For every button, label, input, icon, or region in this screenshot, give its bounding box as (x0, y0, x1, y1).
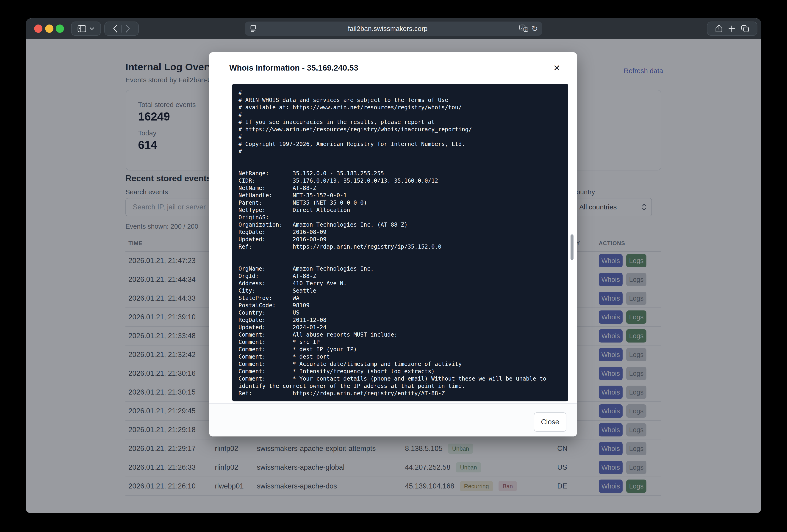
whois-modal-title: Whois Information - 35.169.240.53 (229, 63, 358, 72)
reload-icon[interactable]: ↻ (532, 25, 538, 32)
translate-icon[interactable]: A 文 (519, 24, 528, 33)
browser-titlebar: fail2ban.swissmakers.corp A 文 ↻ (26, 18, 761, 39)
address-bar[interactable]: fail2ban.swissmakers.corp A 文 ↻ (245, 22, 542, 36)
whois-modal: Whois Information - 35.169.240.53 ✕ # # … (209, 52, 577, 437)
sidebar-icon[interactable] (78, 25, 86, 32)
share-icon[interactable] (716, 24, 722, 33)
whois-output-terminal: # # ARIN WHOIS data and services are sub… (232, 84, 568, 401)
nav-button-group (104, 22, 139, 36)
back-button[interactable] (112, 24, 118, 33)
terminal-scrollbar-thumb[interactable] (571, 235, 574, 260)
close-window-button[interactable] (34, 24, 42, 33)
svg-text:A: A (521, 26, 523, 29)
nav-divider (121, 25, 122, 32)
whois-output-text: # # ARIN WHOIS data and services are sub… (238, 89, 562, 397)
chevron-down-icon[interactable] (89, 27, 94, 30)
svg-text:文: 文 (525, 28, 527, 31)
address-bar-icons: A 文 ↻ (519, 24, 538, 33)
minimize-window-button[interactable] (45, 24, 54, 33)
close-icon[interactable]: ✕ (553, 64, 560, 72)
tab-overview-icon[interactable] (741, 25, 749, 32)
reader-icon[interactable] (250, 25, 256, 32)
toolbar-right-group (707, 22, 758, 36)
whois-modal-footer: Close (209, 403, 577, 437)
zoom-window-button[interactable] (56, 24, 64, 33)
forward-button[interactable] (125, 24, 130, 33)
sidebar-toggle-group (71, 22, 101, 36)
close-button[interactable]: Close (534, 413, 567, 431)
new-tab-icon[interactable] (728, 25, 735, 32)
browser-window: fail2ban.swissmakers.corp A 文 ↻ (26, 18, 761, 513)
page-content: Internal Log Overview Events stored by F… (26, 39, 761, 513)
url-text[interactable]: fail2ban.swissmakers.corp (256, 25, 519, 32)
